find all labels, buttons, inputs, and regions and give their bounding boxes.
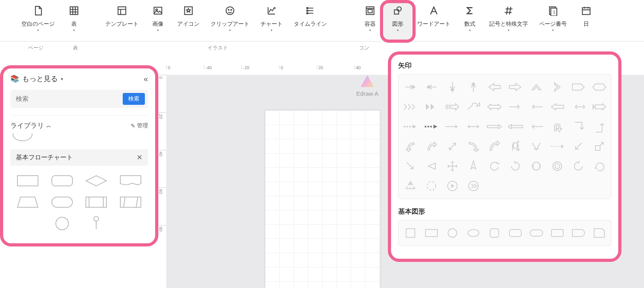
manage-button[interactable]: ✎ 管理 [131,122,148,129]
arrow-down[interactable] [444,79,461,95]
ribbon-formula[interactable]: 数式 ▾ [456,0,484,41]
arrow-block-left[interactable] [486,79,503,95]
svg-point-8 [307,8,308,9]
shape-half-round-right[interactable] [570,225,587,241]
arrow-s-curve[interactable] [465,99,482,115]
arrow-circle-outline[interactable] [549,158,566,174]
arrow-dotted-thin-right[interactable] [549,138,566,154]
arrow-cursor-up[interactable] [465,158,482,174]
shape-connector[interactable] [81,216,112,231]
arrow-cycle[interactable] [528,158,545,174]
arrow-diag-up-right-box[interactable] [591,138,608,154]
arrow-open-left[interactable] [528,119,545,135]
shape-trapezoid[interactable] [13,194,43,210]
arrow-corner-up[interactable] [591,119,608,135]
arrow-diagonal-double[interactable] [444,138,461,154]
edraw-ai-badge[interactable]: Edraw A [348,75,387,97]
arrow-rotate-ccw[interactable] [570,158,587,174]
arrow-forward-circle[interactable] [465,178,482,194]
arrow-outline-left[interactable] [549,99,566,115]
ribbon-shape[interactable]: 図形 ▾ [384,0,412,41]
arrow-notch-right[interactable] [591,99,608,115]
ribbon-template[interactable]: テンプレート [100,0,144,41]
arrow-striped-right[interactable] [444,99,461,115]
shape-terminator[interactable] [47,194,78,210]
arrow-diag-down-left[interactable] [570,138,587,154]
arrow-u-turn-down[interactable] [507,138,524,154]
arrow-chevron-up[interactable] [528,79,545,95]
ribbon-page-number[interactable]: 1 ページ番号 ▾ [534,0,572,41]
shape-rounded-rect[interactable] [47,173,78,189]
arrow-rotate-cw[interactable] [507,158,524,174]
arrow-play-circle[interactable] [444,178,461,194]
arrow-hexagon[interactable] [591,79,608,95]
arrow-thin-left[interactable] [528,99,545,115]
arrow-recycle[interactable] [402,178,419,194]
ribbon-table[interactable]: 表 ▾ [60,0,88,41]
shape-circle[interactable] [444,225,461,241]
ribbon-clipart[interactable]: クリップアート ▾ [205,0,255,41]
arrow-up[interactable] [465,79,482,95]
arrow-flat-left[interactable] [507,119,524,135]
ribbon-date[interactable]: 日 [572,0,600,41]
shape-ellipse[interactable] [465,225,482,241]
shape-rect-wide[interactable] [423,225,440,241]
arrow-flat-right[interactable] [486,119,503,135]
ribbon-wordart[interactable]: ワードアート [412,0,456,41]
shape-pill[interactable] [528,225,545,241]
library-title[interactable]: ライブラリ ︽ [10,121,51,130]
shape-document[interactable] [116,173,146,189]
close-icon[interactable]: ✕ [137,153,142,162]
arrow-triple-chevron[interactable] [402,99,419,115]
shape-rectangle[interactable] [13,173,43,189]
arrow-u-turn-up[interactable] [549,119,566,135]
arrow-right[interactable] [402,79,419,95]
arrow-v-down[interactable] [528,138,545,154]
arrow-corner-down-right[interactable] [570,119,587,135]
arrow-double-chevron[interactable] [423,99,440,115]
shape-rounded-rect[interactable] [507,225,524,241]
arrow-diag-down-right[interactable] [402,158,419,174]
shape-cut-corner[interactable] [591,225,608,241]
collapse-button[interactable]: « [144,74,148,83]
shape-rounded-square[interactable] [486,225,503,241]
left-panel-title[interactable]: 📚 もっと見る ▾ [10,74,63,83]
ribbon-icon[interactable]: アイコン [172,0,205,41]
arrow-pentagon-right[interactable] [570,79,587,95]
arrow-long-right[interactable] [444,119,461,135]
ribbon-container[interactable]: 容器 ▾ [356,0,384,41]
ribbon-image[interactable]: 画像 ▾ [144,0,172,41]
search-input[interactable] [16,95,119,102]
ribbon-timeline[interactable]: タイムライン [288,0,332,41]
arrow-redo[interactable] [591,158,608,174]
ribbon-chart[interactable]: チャート ▾ [255,0,288,41]
arrow-triangle-left[interactable] [423,158,440,174]
arrow-curve-down-left[interactable] [402,138,419,154]
shape-square[interactable] [402,225,419,241]
search-button[interactable]: 検索 [123,93,145,105]
arrow-tail-left[interactable] [570,99,587,115]
arrow-block-right[interactable] [507,79,524,95]
arrow-dotted-right-solid[interactable] [423,119,440,135]
arrow-dotted-right[interactable] [402,119,419,135]
arrow-thin-right[interactable] [507,99,524,115]
category-row[interactable]: 基本フローチャート ✕ [10,149,148,166]
shape-predefined[interactable] [81,194,112,210]
ribbon-blank-page[interactable]: 空白のページ ▾ [16,0,60,41]
shape-rounded-rect-2[interactable] [549,225,566,241]
arrow-chevron-right[interactable] [549,79,566,95]
arrow-long-double[interactable] [465,119,482,135]
ribbon-symbols[interactable]: 記号と特殊文字 ▾ [484,0,534,41]
arrow-curve-up-right[interactable] [423,138,440,154]
arrow-circle-dashed[interactable] [423,178,440,194]
shape-data[interactable] [116,194,146,210]
canvas-page[interactable] [265,110,380,288]
arrow-refresh[interactable] [486,158,503,174]
shape-circle[interactable] [47,216,78,231]
arrow-arc-right[interactable] [465,138,482,154]
shape-diamond[interactable] [81,173,112,189]
arrow-double-horizontal[interactable] [486,99,503,115]
arrow-arc-up[interactable] [486,138,503,154]
arrow-left[interactable] [423,79,440,95]
arrow-move-4way[interactable] [444,158,461,174]
